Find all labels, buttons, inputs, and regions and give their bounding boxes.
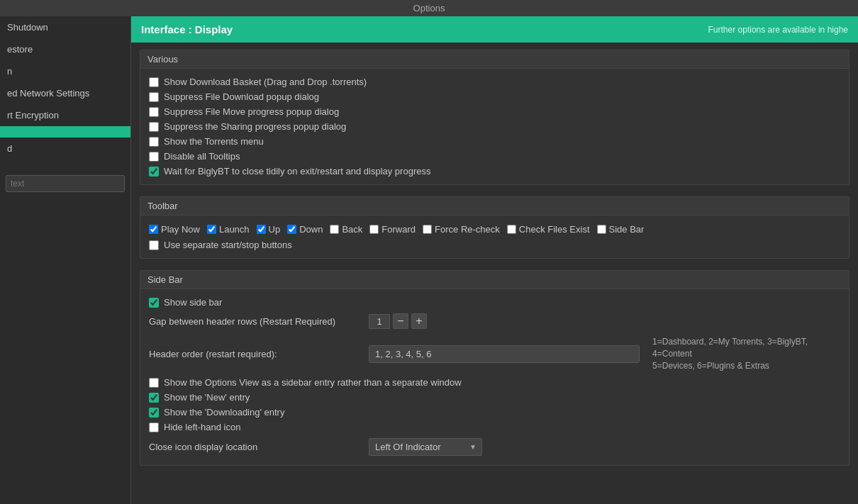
close-icon-select-wrapper: Left Of Indicator Right Of Indicator Hid… bbox=[369, 438, 482, 456]
checkbox-row-suppress-sharing: Suppress the Sharing progress popup dial… bbox=[149, 119, 840, 134]
toolbar-force-recheck: Force Re-check bbox=[423, 224, 500, 235]
sidebar-item-7[interactable] bbox=[0, 159, 130, 171]
checkbox-launch[interactable] bbox=[207, 225, 216, 234]
checkbox-row-suppress-download: Suppress File Download popup dialog bbox=[149, 89, 840, 104]
close-icon-dropdown[interactable]: Left Of Indicator Right Of Indicator Hid… bbox=[369, 438, 482, 456]
various-section: Various Show Download Basket (Drag and D… bbox=[140, 50, 849, 185]
checkbox-row-separate-buttons: Use separate start/stop buttons bbox=[149, 237, 840, 252]
checkbox-play-now[interactable] bbox=[149, 225, 158, 234]
label-force-recheck: Force Re-check bbox=[435, 224, 500, 235]
checkbox-row-show-torrents: Show the Torrents menu bbox=[149, 134, 840, 149]
gap-value: 1 bbox=[369, 314, 390, 329]
checkbox-separate-buttons[interactable] bbox=[149, 240, 159, 250]
header-order-input[interactable] bbox=[369, 345, 640, 363]
gap-decrement-button[interactable]: − bbox=[393, 313, 408, 329]
label-play-now: Play Now bbox=[161, 224, 200, 235]
sidebar-settings-section: Side Bar Show side bar Gap between heade… bbox=[140, 270, 849, 466]
checkbox-forward[interactable] bbox=[369, 225, 379, 234]
checkbox-down[interactable] bbox=[287, 225, 296, 234]
page-title: Interface : Display bbox=[141, 23, 233, 35]
checkbox-disable-tooltips[interactable] bbox=[149, 152, 159, 162]
checkbox-wait-biglybt[interactable] bbox=[149, 167, 159, 177]
header-note: Further options are available in highe bbox=[708, 25, 848, 35]
label-down: Down bbox=[299, 224, 323, 235]
checkbox-row-wait-biglybt: Wait for BiglyBT to close tidily on exit… bbox=[149, 164, 840, 179]
label-hide-left-icon: Hide left-hand icon bbox=[164, 422, 240, 432]
checkbox-download-basket[interactable] bbox=[149, 77, 159, 87]
label-separate-buttons: Use separate start/stop buttons bbox=[164, 240, 292, 250]
checkbox-suppress-move[interactable] bbox=[149, 107, 159, 117]
content-header: Interface : Display Further options are … bbox=[131, 16, 858, 43]
sidebar-item-theme[interactable]: d bbox=[0, 138, 130, 159]
toolbar-down: Down bbox=[287, 224, 323, 235]
close-icon-label: Close icon display location bbox=[149, 442, 362, 452]
toolbar-checkboxes-row: Play Now Launch Up Down bbox=[149, 221, 840, 237]
header-order-label: Header order (restart required): bbox=[149, 349, 362, 359]
checkbox-row-show-sidebar: Show side bar bbox=[149, 295, 840, 310]
sidebar-item-display[interactable] bbox=[0, 126, 130, 138]
label-show-new: Show the 'New' entry bbox=[164, 392, 250, 403]
toolbar-check-files: Check Files Exist bbox=[507, 224, 590, 235]
sidebar-settings-body: Show side bar Gap between header rows (R… bbox=[140, 289, 849, 465]
checkbox-row-show-downloading: Show the 'Downloading' entry bbox=[149, 405, 840, 420]
main-layout: Shutdown estore n ed Network Settings rt… bbox=[0, 16, 858, 504]
label-disable-tooltips: Disable all Tooltips bbox=[164, 151, 240, 162]
content-area: Interface : Display Further options are … bbox=[131, 16, 858, 504]
checkbox-show-new[interactable] bbox=[149, 393, 159, 403]
checkbox-force-recheck[interactable] bbox=[423, 225, 432, 234]
sidebar-item-network[interactable]: ed Network Settings bbox=[0, 82, 130, 104]
checkbox-up[interactable] bbox=[257, 225, 266, 234]
checkbox-back[interactable] bbox=[330, 225, 339, 234]
checkbox-check-files[interactable] bbox=[507, 225, 516, 234]
various-title: Various bbox=[140, 50, 849, 69]
checkbox-show-sidebar[interactable] bbox=[149, 298, 159, 308]
toolbar-up: Up bbox=[257, 224, 281, 235]
checkbox-hide-left-icon[interactable] bbox=[149, 422, 159, 432]
checkbox-row-disable-tooltips: Disable all Tooltips bbox=[149, 149, 840, 164]
sidebar-item-shutdown[interactable]: Shutdown bbox=[0, 16, 130, 38]
checkbox-show-downloading[interactable] bbox=[149, 408, 159, 418]
close-icon-row: Close icon display location Left Of Indi… bbox=[149, 435, 840, 459]
checkbox-suppress-download[interactable] bbox=[149, 92, 159, 102]
toolbar-launch: Launch bbox=[207, 224, 250, 235]
label-back: Back bbox=[342, 224, 362, 235]
gap-increment-button[interactable]: + bbox=[411, 313, 427, 329]
gap-label: Gap between header rows (Restart Require… bbox=[149, 316, 362, 327]
sidebar-search-input[interactable] bbox=[6, 175, 125, 192]
toolbar-body: Play Now Launch Up Down bbox=[140, 215, 849, 258]
gap-row: Gap between header rows (Restart Require… bbox=[149, 310, 840, 332]
sidebar-item-restore[interactable]: estore bbox=[0, 38, 130, 60]
toolbar-side-bar: Side Bar bbox=[597, 224, 645, 235]
checkbox-row-options-view: Show the Options View as a sidebar entry… bbox=[149, 375, 840, 390]
label-suppress-sharing: Suppress the Sharing progress popup dial… bbox=[164, 121, 346, 132]
checkbox-row-download-basket: Show Download Basket (Drag and Drop .tor… bbox=[149, 74, 840, 89]
checkbox-options-view[interactable] bbox=[149, 378, 159, 388]
checkbox-row-hide-left-icon: Hide left-hand icon bbox=[149, 420, 840, 435]
checkbox-side-bar[interactable] bbox=[597, 225, 606, 234]
label-suppress-download: Suppress File Download popup dialog bbox=[164, 91, 319, 102]
checkbox-row-suppress-move: Suppress File Move progress popup dialog bbox=[149, 104, 840, 119]
label-side-bar: Side Bar bbox=[609, 224, 645, 235]
label-launch: Launch bbox=[219, 224, 250, 235]
app-title: Options bbox=[413, 3, 445, 13]
header-order-row: Header order (restart required): 1=Dashb… bbox=[149, 332, 840, 375]
label-show-sidebar: Show side bar bbox=[164, 297, 222, 308]
toolbar-section: Toolbar Play Now Launch Up bbox=[140, 196, 849, 259]
sidebar-item-encryption[interactable]: rt Encryption bbox=[0, 104, 130, 126]
label-show-torrents-menu: Show the Torrents menu bbox=[164, 136, 264, 147]
header-order-hint: 1=Dashboard, 2=My Torrents, 3=BiglyBT, 4… bbox=[652, 336, 840, 371]
label-check-files: Check Files Exist bbox=[519, 224, 590, 235]
label-options-view: Show the Options View as a sidebar entry… bbox=[164, 377, 462, 388]
checkbox-row-show-new: Show the 'New' entry bbox=[149, 390, 840, 405]
top-bar: Options bbox=[0, 0, 858, 16]
checkbox-suppress-sharing[interactable] bbox=[149, 122, 159, 132]
label-show-downloading: Show the 'Downloading' entry bbox=[164, 407, 284, 418]
sidebar-item-3[interactable]: n bbox=[0, 60, 130, 82]
label-download-basket: Show Download Basket (Drag and Drop .tor… bbox=[164, 77, 367, 87]
various-body: Show Download Basket (Drag and Drop .tor… bbox=[140, 69, 849, 184]
label-wait-biglybt: Wait for BiglyBT to close tidily on exit… bbox=[164, 166, 430, 177]
sidebar-settings-title: Side Bar bbox=[140, 271, 849, 289]
toolbar-play-now: Play Now bbox=[149, 224, 200, 235]
label-forward: Forward bbox=[381, 224, 416, 235]
checkbox-show-torrents-menu[interactable] bbox=[149, 137, 159, 147]
